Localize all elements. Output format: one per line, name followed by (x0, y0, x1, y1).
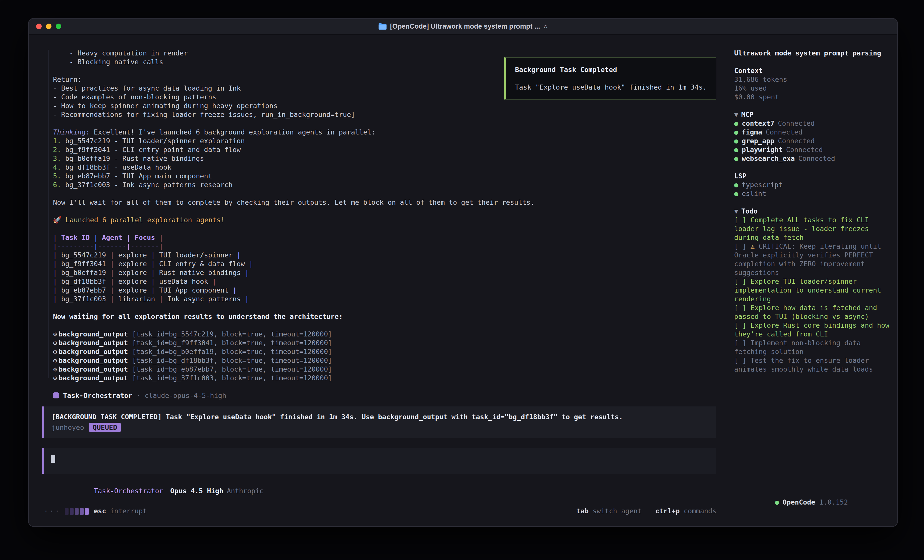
mcp-item: ●context7Connected (734, 119, 890, 128)
mcp-status: Connected (786, 146, 823, 154)
terminal-line: ⚙background_output [task_id=bg_37f1c003,… (53, 374, 716, 382)
terminal-line (53, 321, 716, 330)
todo-heading: ▼Todo (734, 207, 890, 216)
ctrlp-key-label: commands (684, 506, 716, 515)
chevron-down-icon: ▼ (734, 207, 738, 215)
chevron-down-icon: ▼ (734, 111, 738, 118)
todo-item: [ ] Explore Rust core bindings and how t… (734, 321, 890, 338)
session-title: Ultrawork mode system prompt parsing (734, 49, 890, 57)
sidebar: Ultrawork mode system prompt parsing Con… (724, 34, 897, 526)
terminal-line: ⚙background_output [task_id=bg_df18bb3f,… (53, 356, 716, 365)
statusbar: ··· esc interrupt tab switch agent ctrl+… (44, 506, 716, 515)
terminal-line (53, 303, 716, 312)
esc-key-label: interrupt (110, 506, 147, 515)
statusbar-right: tab switch agent ctrl+p commands (576, 506, 716, 515)
terminal-line: - How to keep spinner animating during h… (53, 101, 716, 110)
lsp-heading: LSP (734, 172, 890, 180)
todo-checkbox: [ ] (734, 243, 750, 250)
lsp-name: typescript (742, 181, 783, 189)
spinner-icon (65, 506, 90, 515)
ctrlp-key-hint: ctrl+p (655, 506, 680, 515)
terminal-line: | Task ID | Agent | Focus | (53, 233, 716, 242)
todo-text: Implement non-blocking data fetching sol… (734, 339, 865, 355)
task-message-text: [BACKGROUND TASK COMPLETED] Task "Explor… (51, 412, 709, 421)
todo-item: [ ] Complete ALL tasks to fix CLI loader… (734, 216, 890, 242)
notification-title: Background Task Completed (515, 65, 707, 74)
terminal-line: ⚙background_output [task_id=bg_f9ff3041,… (53, 338, 716, 347)
mcp-item: ●figmaConnected (734, 128, 890, 136)
terminal-line: | bg_37f1c003 | librarian | Ink async pa… (53, 295, 716, 303)
terminal-line (53, 207, 716, 216)
context-tokens: 31,686 tokens (734, 75, 890, 84)
sidebar-footer: ●OpenCode 1.0.152 (734, 489, 848, 515)
queued-badge: QUEUED (89, 423, 121, 432)
app-version-number: 1.0.152 (819, 498, 848, 506)
model-provider: Anthropic (227, 487, 263, 495)
spinner-dots: ··· (44, 506, 61, 515)
terminal-line: | bg_df18bb3f | explore | useData hook | (53, 277, 716, 286)
todo-item: [ ] Explore TUI loader/spinner implement… (734, 277, 890, 303)
terminal-line: 5. bg_eb87ebb7 - TUI App main component (53, 172, 716, 180)
mcp-status: Connected (798, 154, 835, 162)
close-button[interactable] (36, 24, 42, 29)
terminal-line: - Recommendations for fixing loader free… (53, 110, 716, 119)
terminal-output: - Heavy computation in render - Blocking… (53, 49, 716, 400)
mcp-name: websearch_exa (742, 154, 795, 162)
agent-name: Task-Orchestrator (94, 487, 163, 495)
terminal-line: 6. bg_37f1c003 - Ink async patterns rese… (53, 180, 716, 189)
lsp-item: ●eslint (734, 189, 890, 198)
lsp-item: ●typescript (734, 180, 890, 189)
terminal-line: - Heavy computation in render (53, 49, 716, 57)
todo-checkbox: [ ] (734, 216, 750, 224)
status-dot-icon: ● (734, 181, 738, 189)
rocket-icon: 🚀 (53, 216, 66, 224)
terminal-line: Task-Orchestrator · claude-opus-4-5-high (53, 391, 716, 400)
lsp-list: ●typescript●eslint (734, 180, 890, 198)
todo-item: [ ] Test the fix to ensure loader animat… (734, 356, 890, 374)
status-dot-icon: ● (734, 128, 738, 136)
notification-toast[interactable]: Background Task Completed Task "Explore … (504, 57, 716, 100)
terminal-line: ⚙background_output [task_id=bg_b0effa19,… (53, 347, 716, 356)
statusbar-left: ··· esc interrupt (44, 506, 147, 515)
spinner-block (65, 508, 69, 515)
terminal-line: Now waiting for all exploration results … (53, 312, 716, 321)
prompt-input[interactable] (42, 448, 716, 474)
status-dot-icon: ● (775, 498, 779, 506)
background-task-message: [BACKGROUND TASK COMPLETED] Task "Explor… (42, 406, 716, 438)
todo-checkbox: [ ] (734, 339, 750, 347)
terminal-line: 3. bg_b0effa19 - Rust native bindings (53, 154, 716, 163)
model-name: Opus 4.5 High (170, 487, 223, 495)
mcp-status: Connected (766, 128, 802, 136)
window-content: - Heavy computation in render - Blocking… (28, 34, 897, 526)
mcp-status: Connected (778, 120, 814, 127)
todo-text: Explore TUI loader/spinner implementatio… (734, 277, 885, 303)
mcp-name: figma (742, 128, 762, 136)
terminal-main: - Heavy computation in render - Blocking… (28, 34, 724, 526)
agent-icon (53, 392, 59, 398)
traffic-lights (28, 24, 61, 29)
terminal-line: | bg_5547c219 | explore | TUI loader/spi… (53, 251, 716, 259)
gear-icon: ⚙ (53, 339, 57, 347)
minimize-button[interactable] (46, 24, 51, 29)
terminal-line: 2. bg_f9ff3041 - CLI entry point and dat… (53, 145, 716, 154)
zoom-button[interactable] (56, 24, 61, 29)
terminal-line: Thinking: Excellent! I've launched 6 bac… (53, 128, 716, 136)
gear-icon: ⚙ (53, 356, 57, 364)
todo-checkbox: [ ] (734, 304, 750, 311)
mcp-heading: ▼MCP (734, 110, 890, 119)
terminal-line: |---------|-------|-------| (53, 242, 716, 251)
spinner-block (85, 508, 88, 515)
folder-icon (379, 23, 387, 30)
terminal-line: ⚙background_output [task_id=bg_5547c219,… (53, 330, 716, 338)
titlebar[interactable]: [OpenCode] Ultrawork mode system prompt … (28, 19, 897, 34)
activity-indicator-icon: ○ (544, 22, 548, 30)
task-message-meta: junhoyeo QUEUED (51, 423, 709, 432)
mcp-status: Connected (778, 137, 814, 145)
opencode-window: [OpenCode] Ultrawork mode system prompt … (28, 18, 898, 527)
status-dot-icon: ● (734, 190, 738, 198)
mcp-item: ●grep_appConnected (734, 136, 890, 145)
todo-item: [ ] ⚠ CRITICAL: Keep iterating until Ora… (734, 242, 890, 277)
spinner-block (70, 508, 74, 515)
todo-item: [ ] Implement non-blocking data fetching… (734, 338, 890, 356)
task-user: junhoyeo (51, 423, 84, 432)
